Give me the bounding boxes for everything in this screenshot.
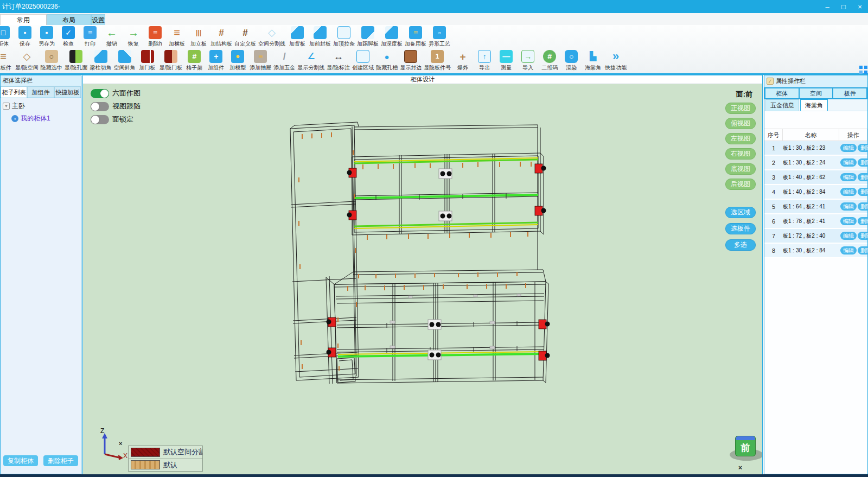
toolbar-button[interactable]: 加深度板 (380, 26, 404, 48)
toolbar-button[interactable]: + 爆炸 (452, 50, 474, 72)
toolbar-button[interactable]: □ 柜体 (0, 26, 14, 48)
delete-button[interactable]: 删除 (858, 158, 868, 167)
select-button[interactable]: 选区域 (725, 207, 756, 218)
toolbar-button[interactable]: ||| 加立板 (188, 26, 209, 48)
toolbar-button[interactable]: ≡ 加横板 (166, 26, 188, 48)
toolbar-button[interactable]: ≡ 删除h (144, 26, 166, 48)
toggle-switch[interactable] (91, 102, 109, 111)
toolbar-button[interactable]: ○ 隐藏选中 (40, 50, 63, 72)
toolbar-button[interactable]: » 快捷功能 (604, 50, 628, 72)
tree-item[interactable]: ▼ 主卧 (3, 101, 79, 111)
edit-button[interactable]: 编辑 (840, 173, 857, 181)
view-button[interactable]: 正视图 (725, 103, 756, 114)
close-button[interactable]: × (852, 0, 868, 13)
compass-close-icon[interactable]: × (738, 464, 742, 472)
toolbar-button[interactable]: → 恢复 (123, 26, 144, 48)
ribbon-tab[interactable]: 设置 (91, 14, 105, 25)
toolbar-button[interactable]: ○ 渲染 (560, 50, 582, 72)
property-tab[interactable]: 柜体 (765, 88, 799, 98)
edit-button[interactable]: 编辑 (840, 217, 857, 225)
toolbar-button[interactable]: → 导入 (517, 50, 539, 72)
toolbar-button[interactable]: ↔ 显/隐标注 (326, 50, 351, 72)
toolbar-button[interactable]: 显/隐门板 (158, 50, 184, 72)
toolbar-button[interactable]: ● 隐藏孔槽 (375, 50, 399, 72)
toolbar-button[interactable]: ◇ 空间分割线 (257, 26, 286, 48)
view-button[interactable]: 俯视图 (725, 118, 756, 129)
toolbar-button[interactable]: — 测量 (495, 50, 517, 72)
delete-button[interactable]: 删除 (858, 232, 868, 240)
delete-button[interactable]: 删除 (858, 188, 868, 196)
toolbar-button[interactable]: ≡ 打印 (79, 26, 101, 48)
toolbar-button[interactable]: ≡ 添加抽屉 (248, 50, 272, 72)
property-tab[interactable]: 板件 (833, 88, 866, 98)
toolbar-button[interactable]: 梁柱切角 (89, 50, 113, 72)
edit-button[interactable]: 编辑 (840, 202, 857, 211)
edit-button[interactable]: 编辑 (840, 232, 857, 240)
toolbar-button[interactable]: • 加模型 (227, 50, 248, 72)
toolbar-button[interactable]: / 添加五金 (272, 50, 296, 72)
design-canvas[interactable]: 六面作图 视图跟随 面锁定 面:前 正视图俯视图左视图右视图底视图后视图 选区域… (83, 84, 762, 474)
cabinet-action-button[interactable]: 删除柜子 (43, 455, 78, 466)
toolbar-button[interactable]: 加踢脚板 (356, 26, 380, 48)
toolbar-button[interactable]: ▪ 保存 (14, 26, 36, 48)
left-panel-tab[interactable]: 加组件 (27, 86, 54, 98)
delete-button[interactable]: 删除 (858, 217, 868, 225)
delete-button[interactable]: 删除 (858, 202, 868, 211)
toolbar-button[interactable]: # 自定义板 (233, 26, 257, 48)
toolbar-button[interactable]: 空间斜角 (113, 50, 137, 72)
edit-button[interactable]: 编辑 (840, 158, 857, 167)
view-button[interactable]: 右视图 (725, 148, 756, 160)
toolbar-button[interactable]: ↑ 导出 (474, 50, 495, 72)
toolbar-button[interactable]: + 加组件 (205, 50, 227, 72)
toolbar-button[interactable]: # 二维码 (539, 50, 560, 72)
toolbar-button[interactable]: ✓ 检查 (58, 26, 79, 48)
hide-hole-slot-icon: ● (380, 50, 393, 63)
select-button[interactable]: 多选 (725, 239, 756, 251)
toolbar-button[interactable]: 加前封板 (308, 26, 332, 48)
ribbon-tab[interactable]: 常用 (0, 14, 47, 25)
ribbon-tab[interactable]: 布局 (47, 14, 91, 25)
orientation-compass[interactable]: 前 (735, 436, 756, 456)
edit-button[interactable]: 编辑 (840, 144, 857, 152)
edit-button[interactable]: 编辑 (840, 246, 857, 255)
toolbar-button[interactable]: 加顶拉条 (332, 26, 356, 48)
axis-close-icon[interactable]: × (119, 440, 122, 447)
toolbar-button[interactable]: 1 显隐板件号 (423, 50, 452, 72)
toolbar-button[interactable]: 显示封边 (399, 50, 423, 72)
toolbar-button[interactable]: ∠ 显示分割线 (296, 50, 326, 72)
left-panel-tab[interactable]: 柜子列表 (1, 86, 27, 98)
toggle-switch[interactable] (91, 115, 109, 124)
toolbar-button[interactable]: 创建区域 (351, 50, 375, 72)
toolbar-button[interactable]: # 加结构板 (209, 26, 233, 48)
view-button[interactable]: 后视图 (725, 179, 756, 190)
tree-item[interactable]: ● 我的柜体1 (3, 114, 79, 123)
property-sub-tab[interactable]: 海棠角 (800, 99, 828, 111)
toolbar-button[interactable]: # 格子架 (183, 50, 205, 72)
toolbar-button[interactable]: ≡ 加备用板 (404, 26, 427, 48)
left-panel-tab[interactable]: 快捷加板 (54, 86, 81, 98)
layout-grid-icon[interactable] (859, 66, 863, 69)
toggle-switch[interactable] (91, 89, 109, 98)
view-button[interactable]: 底视图 (725, 163, 756, 175)
select-button[interactable]: 选板件 (725, 223, 756, 234)
toolbar-button[interactable]: ← 撤销 (101, 26, 123, 48)
cabinet-3d-wireframe[interactable] (83, 84, 762, 474)
toolbar-button[interactable]: 显/隐孔面 (63, 50, 89, 72)
minimize-button[interactable]: – (819, 0, 835, 13)
toolbar-button[interactable]: ▪ 另存为 (36, 26, 58, 48)
delete-button[interactable]: 删除 (858, 144, 868, 152)
view-button[interactable]: 左视图 (725, 133, 756, 144)
maximize-button[interactable]: □ (835, 0, 852, 13)
delete-button[interactable]: 删除 (858, 173, 868, 181)
toolbar-button[interactable]: 加门板 (137, 50, 158, 72)
toolbar-button[interactable]: ▙ 海棠角 (582, 50, 604, 72)
property-sub-tab[interactable]: 五金信息 (765, 99, 799, 111)
toolbar-button[interactable]: ▫ 异形工艺 (427, 26, 451, 48)
toolbar-button[interactable]: ◇ 显/隐空间 (14, 50, 40, 72)
delete-button[interactable]: 删除 (858, 246, 868, 255)
toolbar-button[interactable]: ≡ 隐板件 (0, 50, 14, 72)
edit-button[interactable]: 编辑 (840, 188, 857, 196)
property-tab[interactable]: 空间 (800, 88, 833, 98)
cabinet-action-button[interactable]: 复制柜体 (3, 455, 38, 466)
toolbar-button[interactable]: 加背板 (286, 26, 308, 48)
